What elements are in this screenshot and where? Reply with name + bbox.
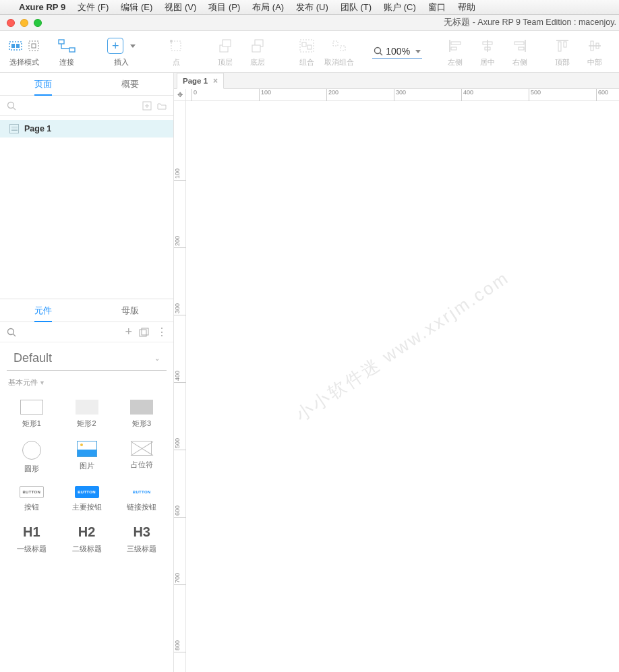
tool-align-top-label: 顶部 [555, 57, 570, 67]
widget-link-button[interactable]: BUTTON链接按钮 [114, 481, 169, 519]
svg-rect-15 [307, 45, 312, 49]
document-tab[interactable]: Page 1 × [177, 73, 224, 89]
widget-image[interactable]: 图片 [59, 435, 115, 481]
page-item[interactable]: Page 1 [0, 120, 173, 138]
menu-window[interactable]: 窗口 [428, 1, 446, 13]
vertical-ruler[interactable]: 100 200 300 400 500 600 700 800 [174, 101, 186, 672]
zoom-control[interactable]: 100% [372, 44, 422, 59]
tool-connect-label: 连接 [59, 57, 74, 67]
menu-view[interactable]: 视图 (V) [165, 1, 196, 13]
menu-layout[interactable]: 布局 (A) [252, 1, 284, 13]
app-name[interactable]: Axure RP 9 [19, 2, 65, 12]
folder-icon[interactable] [157, 101, 167, 111]
svg-rect-27 [514, 42, 524, 44]
ruler-origin[interactable]: ✥ [174, 89, 186, 101]
widget-placeholder[interactable]: 占位符 [114, 435, 169, 481]
menu-help[interactable]: 帮助 [458, 1, 475, 13]
svg-point-35 [8, 102, 14, 108]
tab-pages[interactable]: 页面 [0, 73, 87, 95]
search-icon[interactable] [7, 101, 16, 111]
tool-select-mode-label: 选择模式 [9, 57, 39, 67]
svg-point-8 [170, 40, 173, 42]
tool-group: 组合 [291, 36, 323, 67]
document-tab-label: Page 1 [183, 77, 208, 85]
tab-widgets[interactable]: 元件 [0, 299, 87, 322]
tool-align-right-label: 右侧 [512, 57, 527, 67]
more-icon[interactable]: ⋮ [156, 326, 167, 338]
widget-h3[interactable]: H3三级标题 [114, 519, 169, 561]
tab-masters[interactable]: 母版 [87, 299, 174, 322]
widget-h2[interactable]: H2二级标题 [59, 519, 115, 561]
svg-rect-2 [16, 44, 20, 48]
svg-line-19 [380, 53, 383, 56]
tool-align-top: 顶部 [546, 36, 579, 67]
watermark: 小小软件迷 www.xxrjm.com [291, 266, 514, 427]
widget-category[interactable]: 基本元件▼ [0, 371, 173, 392]
widget-circle[interactable]: 圆形 [4, 435, 59, 481]
tool-select-mode[interactable]: 选择模式 [8, 36, 40, 67]
add-library-icon[interactable]: + [125, 325, 132, 339]
widgets-panel: 元件 母版 + ⋮ Default ⌄ 基本元件▼ 矩形1 矩形2 矩形3 [0, 299, 173, 672]
menu-edit[interactable]: 编辑 (E) [121, 1, 152, 13]
menu-team[interactable]: 团队 (T) [341, 1, 372, 13]
mac-menubar: Axure RP 9 文件 (F) 编辑 (E) 视图 (V) 项目 (P) 布… [0, 0, 619, 15]
widget-rect1[interactable]: 矩形1 [4, 394, 59, 435]
tool-connect[interactable]: 连接 [51, 36, 83, 67]
horizontal-ruler[interactable]: 0 100 200 300 400 500 600 [186, 89, 619, 101]
zoom-value: 100% [386, 46, 410, 57]
minimize-icon[interactable] [20, 19, 28, 27]
canvas-area: Page 1 × ✥ 0 100 200 300 400 500 600 100… [174, 73, 619, 672]
library-icon[interactable] [139, 328, 150, 337]
menu-file[interactable]: 文件 (F) [78, 1, 109, 13]
svg-line-41 [13, 334, 16, 336]
tool-group-label: 组合 [299, 57, 314, 67]
widget-h1[interactable]: H1一级标题 [4, 519, 59, 561]
menu-project[interactable]: 项目 (P) [208, 1, 240, 13]
svg-rect-12 [252, 45, 260, 52]
svg-rect-10 [223, 40, 231, 47]
svg-rect-21 [451, 42, 461, 44]
svg-rect-17 [341, 46, 345, 51]
svg-rect-3 [29, 41, 38, 51]
chevron-down-icon: ⌄ [154, 355, 160, 362]
canvas[interactable]: 小小软件迷 www.xxrjm.com [186, 101, 619, 672]
tool-align-center: 居中 [471, 36, 504, 67]
search-icon [374, 47, 383, 56]
tab-outline[interactable]: 概要 [87, 73, 174, 95]
svg-rect-14 [302, 42, 306, 47]
svg-rect-4 [32, 44, 36, 48]
widget-button[interactable]: BUTTON按钮 [4, 481, 59, 519]
search-icon[interactable] [7, 328, 16, 337]
svg-point-40 [8, 328, 14, 334]
tool-align-middle-label: 中部 [587, 57, 602, 67]
maximize-icon[interactable] [34, 19, 42, 27]
close-icon[interactable] [7, 19, 15, 27]
tool-insert[interactable]: + 插入 [105, 36, 138, 67]
widget-rect2[interactable]: 矩形2 [59, 394, 115, 435]
pages-panel: 页面 概要 Page 1 [0, 73, 173, 299]
widget-rect3[interactable]: 矩形3 [114, 394, 169, 435]
tool-bottom-layer: 底层 [241, 36, 274, 67]
tool-bottom-layer-label: 底层 [250, 57, 265, 67]
library-name: Default [13, 351, 52, 365]
svg-rect-1 [11, 44, 15, 48]
svg-line-36 [13, 107, 16, 110]
widget-primary-button[interactable]: BUTTON主要按钮 [59, 481, 115, 519]
tool-align-right: 右侧 [504, 36, 536, 67]
tool-top-layer: 顶层 [209, 36, 241, 67]
window-controls [7, 19, 42, 27]
tool-ungroup-label: 取消组合 [324, 57, 354, 67]
svg-rect-6 [69, 48, 75, 52]
library-select[interactable]: Default ⌄ [7, 346, 167, 371]
tool-point: 点 [160, 36, 192, 67]
tool-point-label: 点 [173, 57, 180, 67]
toolbar: 选择模式 连接 + 插入 点 顶层 底层 组合 取消组合 100% [0, 31, 619, 73]
add-page-icon[interactable] [142, 101, 152, 111]
tool-insert-label: 插入 [114, 57, 129, 67]
svg-rect-22 [451, 47, 456, 50]
close-tab-icon[interactable]: × [213, 76, 218, 86]
menu-account[interactable]: 账户 (C) [384, 1, 416, 13]
menu-publish[interactable]: 发布 (U) [296, 1, 328, 13]
page-icon [9, 124, 19, 133]
svg-rect-7 [171, 41, 181, 51]
